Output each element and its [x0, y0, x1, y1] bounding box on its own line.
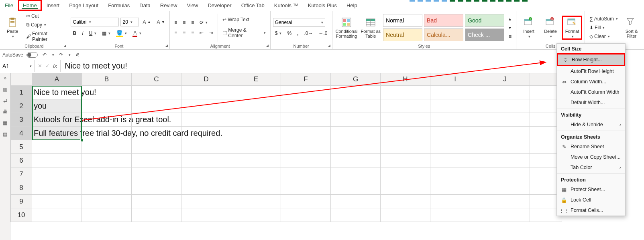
dialog-launcher-icon[interactable]: ◢: [328, 44, 330, 48]
conditional-formatting-button[interactable]: Conditional Formatting: [335, 16, 359, 39]
cell[interactable]: [231, 140, 281, 154]
cell[interactable]: [82, 167, 132, 181]
font-size-combo[interactable]: 20▾: [120, 18, 139, 26]
cell[interactable]: [32, 167, 82, 181]
cell[interactable]: [430, 99, 480, 113]
orientation-button[interactable]: ⟳▾: [198, 18, 210, 26]
cell-A4[interactable]: Full features free trial 30-day, no cred…: [32, 127, 82, 140]
cell[interactable]: [381, 113, 430, 127]
row-header-7[interactable]: 7: [10, 167, 32, 181]
autosum-button[interactable]: ∑AutoSum▾: [587, 15, 620, 23]
cell[interactable]: [181, 167, 231, 181]
menu-row-height[interactable]: ⇕ Row Height...: [558, 54, 624, 65]
cell[interactable]: [430, 140, 480, 154]
menu-format-cells[interactable]: ⋮⋮Format Cells...: [557, 205, 625, 216]
cell[interactable]: [480, 195, 530, 208]
format-painter-button[interactable]: 🖌 Format Painter: [24, 30, 65, 43]
cell[interactable]: [430, 113, 480, 127]
menu-autofit-row-height[interactable]: AutoFit Row Height: [557, 66, 625, 77]
tab-office-tab[interactable]: Office Tab: [236, 0, 269, 11]
tab-kutools-plus[interactable]: Kutools Plus: [303, 0, 342, 11]
cell[interactable]: [281, 99, 331, 113]
tab-view[interactable]: View: [182, 0, 203, 11]
cell[interactable]: [231, 167, 281, 181]
cell[interactable]: [181, 113, 231, 127]
cell[interactable]: [231, 154, 281, 167]
decrease-decimal-button[interactable]: ←.0: [316, 29, 329, 37]
copy-button[interactable]: ⧉ Copy ▾: [24, 21, 48, 29]
worksheet-grid[interactable]: A B C D E F G H I J 1Nice to meet you! 2…: [10, 73, 644, 240]
cell[interactable]: [381, 181, 430, 195]
cell[interactable]: [480, 86, 530, 99]
cell[interactable]: [82, 154, 132, 167]
cell[interactable]: [132, 208, 181, 222]
col-header-C[interactable]: C: [132, 73, 181, 86]
cell[interactable]: [381, 167, 430, 181]
cell[interactable]: [281, 195, 331, 208]
cell[interactable]: [281, 140, 331, 154]
row-header-6[interactable]: 6: [10, 154, 32, 167]
fill-handle[interactable]: [80, 139, 84, 142]
cell[interactable]: [132, 195, 181, 208]
col-header-I[interactable]: I: [430, 73, 480, 86]
cell[interactable]: [331, 167, 381, 181]
cell[interactable]: [381, 140, 430, 154]
cell[interactable]: [181, 127, 231, 140]
align-center-button[interactable]: ≡: [181, 29, 187, 37]
cell[interactable]: [181, 154, 231, 167]
cell[interactable]: [281, 113, 331, 127]
cancel-formula-button[interactable]: ✕: [38, 63, 42, 69]
cell[interactable]: [181, 195, 231, 208]
cell[interactable]: [281, 86, 331, 99]
menu-autofit-column-width[interactable]: AutoFit Column Width: [557, 87, 625, 97]
cell[interactable]: [231, 181, 281, 195]
cell[interactable]: [82, 181, 132, 195]
cut-button[interactable]: ✂ Cut: [24, 12, 41, 20]
styles-scroll-up[interactable]: ▴: [507, 15, 513, 23]
rail-expand-button[interactable]: »: [4, 75, 6, 81]
cell[interactable]: [32, 208, 82, 222]
style-check-cell[interactable]: Check ...: [465, 28, 504, 41]
cell[interactable]: [32, 154, 82, 167]
menu-rename-sheet[interactable]: ✎Rename Sheet: [557, 141, 625, 152]
cell[interactable]: [132, 167, 181, 181]
tab-page-layout[interactable]: Page Layout: [64, 0, 103, 11]
cell[interactable]: [181, 86, 231, 99]
cell[interactable]: [331, 154, 381, 167]
number-format-combo[interactable]: General▾: [273, 18, 325, 27]
fx-button[interactable]: fx: [53, 63, 57, 69]
tab-kutools[interactable]: Kutools ™: [269, 0, 303, 11]
enter-formula-button[interactable]: ✓: [45, 63, 50, 69]
cell[interactable]: [132, 140, 181, 154]
tab-help[interactable]: Help: [342, 0, 362, 11]
underline-button[interactable]: U▾: [87, 29, 99, 37]
style-neutral[interactable]: Neutral: [383, 28, 422, 41]
align-bottom-button[interactable]: ≡: [189, 18, 196, 26]
cell[interactable]: [480, 127, 530, 140]
font-color-button[interactable]: A▾: [130, 29, 143, 38]
cell[interactable]: [480, 167, 530, 181]
cell[interactable]: [231, 86, 281, 99]
col-header-D[interactable]: D: [181, 73, 231, 86]
clear-button[interactable]: ◇Clear▾: [587, 32, 612, 40]
select-all-corner[interactable]: [10, 73, 32, 86]
cell[interactable]: [281, 167, 331, 181]
col-header-H[interactable]: H: [381, 73, 430, 86]
bold-button[interactable]: B: [71, 29, 78, 37]
rail-icon[interactable]: ▤: [3, 131, 7, 137]
style-calculation[interactable]: Calcula...: [424, 28, 463, 41]
cell[interactable]: [181, 208, 231, 222]
cell[interactable]: [281, 208, 331, 222]
cell[interactable]: [82, 208, 132, 222]
wrap-text-button[interactable]: ↩Wrap Text: [220, 16, 251, 24]
cell-A3[interactable]: Kutools for Excel add-in is a great tool…: [32, 113, 82, 127]
cell[interactable]: [331, 140, 381, 154]
tab-insert[interactable]: Insert: [42, 0, 65, 11]
cell[interactable]: [82, 86, 132, 99]
cell[interactable]: [381, 208, 430, 222]
comma-button[interactable]: ,: [295, 29, 300, 37]
style-good[interactable]: Good: [465, 14, 504, 27]
rail-icon[interactable]: 🖶: [3, 109, 8, 115]
cell[interactable]: [480, 99, 530, 113]
styles-more[interactable]: ≡: [507, 32, 514, 40]
